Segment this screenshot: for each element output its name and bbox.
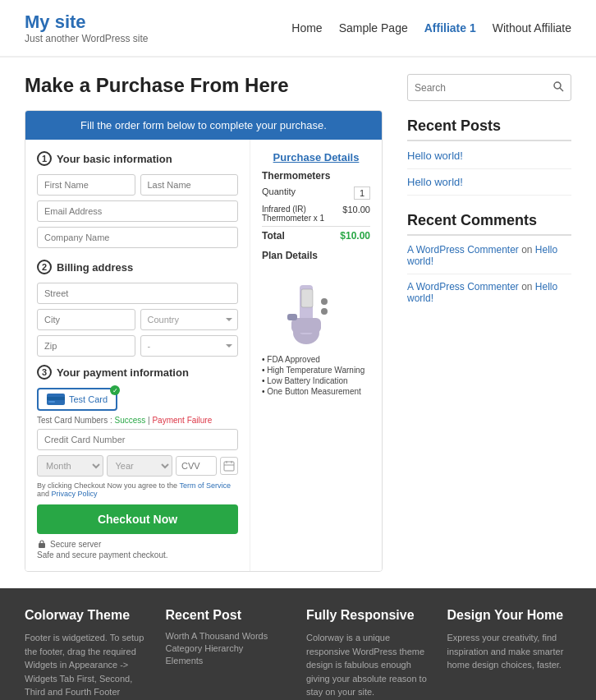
test-card-label: Test Card (69, 394, 108, 404)
nav-sample-page[interactable]: Sample Page (339, 21, 408, 35)
divider (407, 195, 571, 196)
recent-comments-title: Recent Comments (407, 212, 571, 236)
zip-row: - (37, 335, 238, 357)
recent-posts-title: Recent Posts (407, 117, 571, 141)
commenter-link-1[interactable]: A WordPress Commenter (407, 244, 519, 256)
footer-design-title: Design Your Home (447, 608, 572, 623)
svg-point-15 (554, 82, 561, 89)
search-input[interactable] (408, 76, 546, 99)
feature-item: Low Battery Indication (262, 376, 370, 385)
cvv-input[interactable] (176, 456, 217, 476)
sidebar: Recent Posts Hello world! Hello world! R… (407, 74, 571, 572)
state-select[interactable]: - (140, 335, 239, 357)
nav-affiliate1[interactable]: Affiliate 1 (424, 21, 476, 35)
search-box (407, 74, 571, 101)
product-name: Thermometers (262, 170, 370, 182)
quantity-row: Quantity 1 (262, 187, 370, 200)
quantity-label: Quantity (262, 187, 296, 200)
svg-rect-2 (48, 401, 55, 403)
svg-rect-11 (301, 289, 313, 307)
zip-input[interactable] (37, 335, 135, 357)
footer-link-3[interactable]: Elements (166, 656, 291, 665)
footer-recent-title: Recent Post (166, 608, 291, 623)
search-icon (552, 81, 564, 92)
form-header: Fill the order form below to complete yo… (25, 111, 382, 140)
year-select[interactable]: Year (107, 455, 173, 477)
total-price: $10.00 (340, 230, 370, 242)
name-row (37, 174, 238, 196)
terms-text: By clicking Checkout Now you agree to th… (37, 481, 238, 498)
secure-row: Secure server (37, 539, 238, 549)
failure-link[interactable]: Payment Failure (152, 416, 212, 425)
section3-title: 3 Your payment information (37, 365, 238, 380)
comment-item-1: A WordPress Commenter on Hello world! (407, 244, 571, 267)
footer-col-colorway: Colorway Theme Footer is widgetized. To … (25, 608, 149, 700)
section2-num: 2 (37, 260, 52, 274)
divider (407, 168, 571, 169)
feature-item: One Button Measurement (262, 387, 370, 396)
country-select[interactable]: Country (140, 309, 239, 330)
company-input[interactable] (37, 227, 238, 248)
item-price-row: Infrared (IR) Thermometer x 1 $10.00 (262, 205, 370, 223)
total-row: Total $10.00 (262, 226, 370, 242)
section1-label: Your basic information (57, 153, 172, 165)
section1-title: 1 Your basic information (37, 151, 238, 166)
post-link-2[interactable]: Hello world! (407, 176, 571, 188)
section3-label: Your payment information (57, 366, 189, 379)
site-branding: My site Just another WordPress site (25, 12, 149, 44)
feature-item: FDA Approved (262, 355, 370, 364)
calendar-icon[interactable] (220, 457, 238, 475)
site-title: My site (25, 12, 149, 33)
nav-home[interactable]: Home (291, 21, 322, 35)
first-name-input[interactable] (37, 174, 135, 196)
feature-item: High Temperature Warning (262, 366, 370, 375)
form-body: 1 Your basic information 2 Billing addre… (25, 140, 382, 571)
section2-title: 2 Billing address (37, 260, 238, 274)
search-button[interactable] (546, 75, 571, 100)
item-price: $10.00 (342, 205, 370, 223)
total-label: Total (262, 230, 285, 242)
success-link[interactable]: Success (114, 416, 145, 425)
footer-colorway-text: Footer is widgetized. To setup the foote… (25, 631, 149, 700)
nav-without-affiliate[interactable]: Without Affiliate (493, 21, 571, 35)
site-header: My site Just another WordPress site Home… (0, 0, 596, 58)
safe-text: Safe and secure payment checkout. (37, 550, 238, 560)
footer-main: Colorway Theme Footer is widgetized. To … (0, 588, 596, 700)
main-content: Make a Purchase From Here Fill the order… (25, 74, 383, 572)
card-icon (47, 394, 65, 405)
svg-point-13 (321, 308, 328, 315)
post-link-1[interactable]: Hello world! (407, 150, 571, 162)
section2-label: Billing address (57, 261, 133, 274)
footer-responsive-title: Fully Responsive (306, 608, 431, 623)
month-select[interactable]: Month (37, 455, 103, 477)
checkout-button[interactable]: Checkout Now (37, 504, 238, 534)
commenter-link-2[interactable]: A WordPress Commenter (407, 281, 519, 292)
tos-link[interactable]: Term of Service (179, 481, 231, 490)
last-name-input[interactable] (140, 174, 239, 196)
privacy-link[interactable]: Privacy Policy (52, 490, 98, 498)
site-footer: Colorway Theme Footer is widgetized. To … (0, 588, 596, 700)
footer-link-2[interactable]: Category Hierarchy (166, 643, 291, 653)
city-country-row: Country (37, 309, 238, 330)
cc-number-input[interactable] (37, 429, 238, 450)
secure-label: Secure server (50, 540, 101, 549)
email-input[interactable] (37, 200, 238, 222)
test-card-info: Test Card Numbers : Success | Payment Fa… (37, 416, 238, 425)
street-input[interactable] (37, 283, 238, 304)
footer-col-responsive: Fully Responsive Colorway is a unique re… (306, 608, 431, 700)
footer-design-text: Express your creativity, find inspiratio… (447, 631, 572, 672)
city-input[interactable] (37, 309, 135, 330)
check-badge: ✓ (110, 385, 120, 395)
item-label: Infrared (IR) Thermometer x 1 (262, 205, 342, 223)
plan-title: Plan Details (262, 250, 370, 261)
purchase-details-title: Purchase Details (262, 151, 370, 163)
features-list: FDA Approved High Temperature Warning Lo… (262, 355, 370, 396)
footer-link-1[interactable]: Worth A Thousand Words (166, 631, 291, 641)
quantity-value: 1 (354, 187, 370, 200)
thermometer-svg (283, 269, 349, 347)
svg-rect-1 (47, 397, 65, 400)
svg-rect-7 (39, 543, 45, 548)
test-card-button[interactable]: ✓ Test Card (37, 388, 117, 411)
footer-responsive-text: Colorway is a unique responsive WordPres… (306, 631, 431, 699)
footer-colorway-title: Colorway Theme (25, 608, 149, 623)
